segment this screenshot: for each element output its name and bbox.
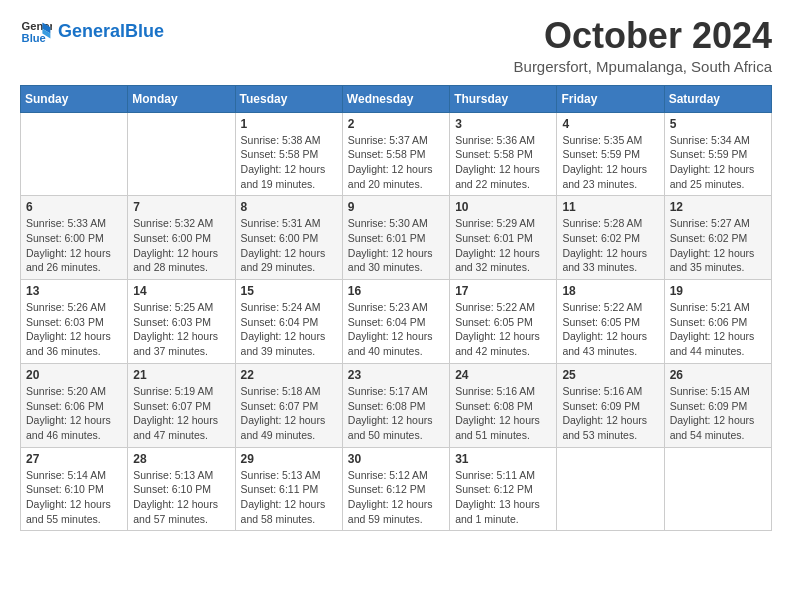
- calendar-cell: [128, 112, 235, 196]
- calendar-cell: 10Sunrise: 5:29 AMSunset: 6:01 PMDayligh…: [450, 196, 557, 280]
- day-number: 15: [241, 284, 337, 298]
- day-number: 19: [670, 284, 766, 298]
- calendar-cell: 26Sunrise: 5:15 AMSunset: 6:09 PMDayligh…: [664, 363, 771, 447]
- calendar-cell: 27Sunrise: 5:14 AMSunset: 6:10 PMDayligh…: [21, 447, 128, 531]
- calendar-week-3: 13Sunrise: 5:26 AMSunset: 6:03 PMDayligh…: [21, 280, 772, 364]
- day-info: Sunrise: 5:16 AMSunset: 6:09 PMDaylight:…: [562, 384, 658, 443]
- day-number: 28: [133, 452, 229, 466]
- day-number: 23: [348, 368, 444, 382]
- page-title: October 2024: [514, 16, 772, 56]
- day-info: Sunrise: 5:31 AMSunset: 6:00 PMDaylight:…: [241, 216, 337, 275]
- day-number: 17: [455, 284, 551, 298]
- header-monday: Monday: [128, 85, 235, 112]
- day-number: 16: [348, 284, 444, 298]
- calendar-cell: 30Sunrise: 5:12 AMSunset: 6:12 PMDayligh…: [342, 447, 449, 531]
- day-number: 29: [241, 452, 337, 466]
- day-number: 3: [455, 117, 551, 131]
- calendar-cell: 8Sunrise: 5:31 AMSunset: 6:00 PMDaylight…: [235, 196, 342, 280]
- calendar-cell: 18Sunrise: 5:22 AMSunset: 6:05 PMDayligh…: [557, 280, 664, 364]
- day-info: Sunrise: 5:38 AMSunset: 5:58 PMDaylight:…: [241, 133, 337, 192]
- calendar-cell: 25Sunrise: 5:16 AMSunset: 6:09 PMDayligh…: [557, 363, 664, 447]
- day-info: Sunrise: 5:19 AMSunset: 6:07 PMDaylight:…: [133, 384, 229, 443]
- day-number: 1: [241, 117, 337, 131]
- calendar-cell: 31Sunrise: 5:11 AMSunset: 6:12 PMDayligh…: [450, 447, 557, 531]
- svg-text:Blue: Blue: [22, 32, 46, 44]
- day-number: 21: [133, 368, 229, 382]
- calendar-cell: 19Sunrise: 5:21 AMSunset: 6:06 PMDayligh…: [664, 280, 771, 364]
- day-number: 11: [562, 200, 658, 214]
- day-number: 26: [670, 368, 766, 382]
- day-info: Sunrise: 5:30 AMSunset: 6:01 PMDaylight:…: [348, 216, 444, 275]
- day-info: Sunrise: 5:36 AMSunset: 5:58 PMDaylight:…: [455, 133, 551, 192]
- calendar-cell: 17Sunrise: 5:22 AMSunset: 6:05 PMDayligh…: [450, 280, 557, 364]
- day-info: Sunrise: 5:11 AMSunset: 6:12 PMDaylight:…: [455, 468, 551, 527]
- day-info: Sunrise: 5:32 AMSunset: 6:00 PMDaylight:…: [133, 216, 229, 275]
- header-friday: Friday: [557, 85, 664, 112]
- calendar-cell: 5Sunrise: 5:34 AMSunset: 5:59 PMDaylight…: [664, 112, 771, 196]
- calendar-cell: 7Sunrise: 5:32 AMSunset: 6:00 PMDaylight…: [128, 196, 235, 280]
- header-saturday: Saturday: [664, 85, 771, 112]
- calendar-header-row: Sunday Monday Tuesday Wednesday Thursday…: [21, 85, 772, 112]
- page-header: General Blue GeneralBlue October 2024 Bu…: [20, 16, 772, 75]
- day-number: 7: [133, 200, 229, 214]
- calendar-cell: 20Sunrise: 5:20 AMSunset: 6:06 PMDayligh…: [21, 363, 128, 447]
- calendar-cell: 13Sunrise: 5:26 AMSunset: 6:03 PMDayligh…: [21, 280, 128, 364]
- calendar-cell: 1Sunrise: 5:38 AMSunset: 5:58 PMDaylight…: [235, 112, 342, 196]
- day-number: 14: [133, 284, 229, 298]
- day-info: Sunrise: 5:37 AMSunset: 5:58 PMDaylight:…: [348, 133, 444, 192]
- logo-text: GeneralBlue: [58, 22, 164, 42]
- day-info: Sunrise: 5:34 AMSunset: 5:59 PMDaylight:…: [670, 133, 766, 192]
- logo: General Blue GeneralBlue: [20, 16, 164, 48]
- calendar-cell: 12Sunrise: 5:27 AMSunset: 6:02 PMDayligh…: [664, 196, 771, 280]
- day-number: 22: [241, 368, 337, 382]
- calendar-cell: 21Sunrise: 5:19 AMSunset: 6:07 PMDayligh…: [128, 363, 235, 447]
- day-number: 31: [455, 452, 551, 466]
- calendar-week-4: 20Sunrise: 5:20 AMSunset: 6:06 PMDayligh…: [21, 363, 772, 447]
- calendar-cell: 29Sunrise: 5:13 AMSunset: 6:11 PMDayligh…: [235, 447, 342, 531]
- logo-blue: Blue: [125, 21, 164, 41]
- calendar-table: Sunday Monday Tuesday Wednesday Thursday…: [20, 85, 772, 532]
- calendar-cell: 16Sunrise: 5:23 AMSunset: 6:04 PMDayligh…: [342, 280, 449, 364]
- logo-general: General: [58, 21, 125, 41]
- calendar-cell: 11Sunrise: 5:28 AMSunset: 6:02 PMDayligh…: [557, 196, 664, 280]
- day-info: Sunrise: 5:27 AMSunset: 6:02 PMDaylight:…: [670, 216, 766, 275]
- calendar-cell: 6Sunrise: 5:33 AMSunset: 6:00 PMDaylight…: [21, 196, 128, 280]
- day-info: Sunrise: 5:24 AMSunset: 6:04 PMDaylight:…: [241, 300, 337, 359]
- day-info: Sunrise: 5:13 AMSunset: 6:11 PMDaylight:…: [241, 468, 337, 527]
- day-info: Sunrise: 5:16 AMSunset: 6:08 PMDaylight:…: [455, 384, 551, 443]
- calendar-cell: 3Sunrise: 5:36 AMSunset: 5:58 PMDaylight…: [450, 112, 557, 196]
- day-number: 10: [455, 200, 551, 214]
- calendar-cell: 4Sunrise: 5:35 AMSunset: 5:59 PMDaylight…: [557, 112, 664, 196]
- calendar-cell: [664, 447, 771, 531]
- day-info: Sunrise: 5:20 AMSunset: 6:06 PMDaylight:…: [26, 384, 122, 443]
- day-info: Sunrise: 5:12 AMSunset: 6:12 PMDaylight:…: [348, 468, 444, 527]
- day-number: 27: [26, 452, 122, 466]
- day-number: 18: [562, 284, 658, 298]
- calendar-cell: 9Sunrise: 5:30 AMSunset: 6:01 PMDaylight…: [342, 196, 449, 280]
- day-number: 8: [241, 200, 337, 214]
- day-info: Sunrise: 5:17 AMSunset: 6:08 PMDaylight:…: [348, 384, 444, 443]
- day-number: 4: [562, 117, 658, 131]
- logo-icon: General Blue: [20, 16, 52, 48]
- calendar-week-1: 1Sunrise: 5:38 AMSunset: 5:58 PMDaylight…: [21, 112, 772, 196]
- calendar-cell: 22Sunrise: 5:18 AMSunset: 6:07 PMDayligh…: [235, 363, 342, 447]
- calendar-cell: [21, 112, 128, 196]
- day-number: 2: [348, 117, 444, 131]
- day-info: Sunrise: 5:21 AMSunset: 6:06 PMDaylight:…: [670, 300, 766, 359]
- day-info: Sunrise: 5:28 AMSunset: 6:02 PMDaylight:…: [562, 216, 658, 275]
- day-number: 12: [670, 200, 766, 214]
- day-info: Sunrise: 5:26 AMSunset: 6:03 PMDaylight:…: [26, 300, 122, 359]
- day-number: 24: [455, 368, 551, 382]
- page-subtitle: Burgersfort, Mpumalanga, South Africa: [514, 58, 772, 75]
- calendar-week-2: 6Sunrise: 5:33 AMSunset: 6:00 PMDaylight…: [21, 196, 772, 280]
- calendar-cell: 15Sunrise: 5:24 AMSunset: 6:04 PMDayligh…: [235, 280, 342, 364]
- day-info: Sunrise: 5:18 AMSunset: 6:07 PMDaylight:…: [241, 384, 337, 443]
- header-sunday: Sunday: [21, 85, 128, 112]
- calendar-cell: 23Sunrise: 5:17 AMSunset: 6:08 PMDayligh…: [342, 363, 449, 447]
- header-wednesday: Wednesday: [342, 85, 449, 112]
- day-number: 30: [348, 452, 444, 466]
- day-info: Sunrise: 5:33 AMSunset: 6:00 PMDaylight:…: [26, 216, 122, 275]
- day-info: Sunrise: 5:22 AMSunset: 6:05 PMDaylight:…: [455, 300, 551, 359]
- calendar-cell: 14Sunrise: 5:25 AMSunset: 6:03 PMDayligh…: [128, 280, 235, 364]
- header-tuesday: Tuesday: [235, 85, 342, 112]
